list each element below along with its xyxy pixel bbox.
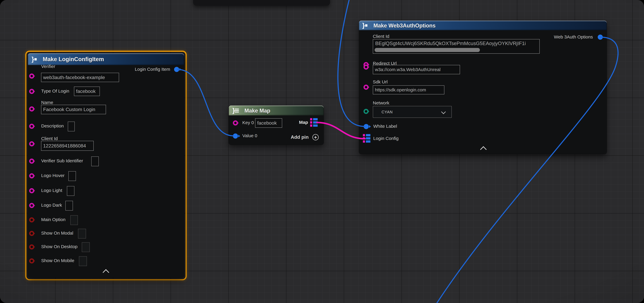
add-pin-button[interactable]: Add pin xyxy=(291,134,308,140)
node-title: Make Map xyxy=(244,108,270,114)
pin-label-description: Description xyxy=(41,124,64,128)
pin-description[interactable] xyxy=(29,124,34,129)
client-id-input[interactable]: 1222658941886084 xyxy=(41,141,94,151)
pin-login-config[interactable] xyxy=(363,134,370,144)
pin-logo-dark[interactable] xyxy=(29,203,34,208)
pin-type-of-login[interactable] xyxy=(29,89,34,94)
pin-label-key-0: Key 0 xyxy=(242,120,254,125)
pin-label-web3auth-options: Web 3Auth Options xyxy=(554,34,593,40)
network-dropdown[interactable]: CYAN xyxy=(373,106,452,118)
pin-web3auth-options-output[interactable] xyxy=(598,34,603,40)
pin-label-value-0: Value 0 xyxy=(242,133,257,138)
key-0-input[interactable]: facebook xyxy=(255,118,282,128)
pin-map-output[interactable] xyxy=(310,118,318,128)
sdk-url-input[interactable]: https://sdk.openlogin.com xyxy=(373,85,444,94)
pin-main-option[interactable] xyxy=(29,217,34,222)
pin-verifier[interactable] xyxy=(29,74,34,78)
add-pin-plus-icon[interactable]: + xyxy=(312,134,319,140)
chevron-down-icon xyxy=(441,110,446,114)
offscreen-node-bottom-edge[interactable] xyxy=(193,0,330,6)
make-map-icon: } xyxy=(232,107,239,114)
pin-label-logo-light: Logo Light xyxy=(41,188,62,193)
name-input[interactable]: Facebook Custom Login xyxy=(41,105,106,114)
pin-logo-light[interactable] xyxy=(29,188,34,193)
pin-redirect-url[interactable] xyxy=(364,64,368,70)
logo-hover-input[interactable] xyxy=(68,171,76,181)
pin-label-map: Map xyxy=(299,120,308,125)
node-header[interactable]: } Make Web3AuthOptions xyxy=(359,20,607,30)
pin-label-client-id: Client Id xyxy=(41,136,58,141)
pin-label-logo-dark: Logo Dark xyxy=(41,202,62,208)
node-make-map[interactable]: } Make Map Key 0 facebook Map Value 0 Ad… xyxy=(229,106,324,145)
pin-name[interactable] xyxy=(29,106,34,112)
show-on-mobile-checkbox[interactable] xyxy=(79,256,87,266)
pin-sdk-url[interactable] xyxy=(364,84,368,90)
pin-value-0[interactable] xyxy=(233,134,238,138)
verifier-input[interactable]: web3auth-facebook-example xyxy=(41,73,119,82)
pin-label-show-on-mobile: Show On Mobile xyxy=(41,258,74,263)
node-header[interactable]: } Make LoginConfigItem xyxy=(28,53,184,65)
blueprint-graph-canvas[interactable]: } Make LoginConfigItem Verifier web3auth… xyxy=(0,0,644,303)
node-title: Make LoginConfigItem xyxy=(43,56,104,62)
node-make-loginconfigitem[interactable]: } Make LoginConfigItem Verifier web3auth… xyxy=(28,53,184,278)
node-make-web3authoptions[interactable]: } Make Web3AuthOptions Client Id BEglQSg… xyxy=(359,20,607,154)
pin-label-show-on-desktop: Show On Desktop xyxy=(41,244,78,249)
client-id-text: BEglQSgt4cUWcj6SKRdu5QkOXTsePmMcusG5EAoy… xyxy=(375,40,526,46)
pin-client-id[interactable] xyxy=(29,141,34,146)
type-of-login-input[interactable]: facebook xyxy=(74,86,100,96)
client-id-input[interactable]: BEglQSgt4cUWcj6SKRdu5QkOXTsePmMcusG5EAoy… xyxy=(373,39,540,54)
pin-login-config-item-output[interactable] xyxy=(174,67,179,72)
pin-label-white-label: White Label xyxy=(373,124,397,129)
pin-label-network: Network xyxy=(373,100,389,106)
pin-white-label[interactable] xyxy=(364,124,369,129)
redirect-url-input[interactable]: w3a://com.w3a.Web3AuthUnreal xyxy=(373,65,460,74)
node-title: Make Web3AuthOptions xyxy=(374,22,436,29)
pin-label-verifier-sub-identifier: Verifier Sub Identifier xyxy=(41,158,83,163)
pin-network[interactable] xyxy=(364,109,368,114)
make-struct-icon: } xyxy=(32,56,37,62)
pin-verifier-sub-identifier[interactable] xyxy=(29,158,34,164)
logo-dark-input[interactable] xyxy=(66,201,73,210)
collapse-node-chevron[interactable] xyxy=(480,146,487,153)
pin-label-show-on-modal: Show On Modal xyxy=(41,230,73,236)
pin-show-on-desktop[interactable] xyxy=(29,244,34,250)
network-dropdown-value: CYAN xyxy=(382,110,393,114)
show-on-modal-checkbox[interactable] xyxy=(78,229,86,238)
description-input[interactable] xyxy=(68,122,75,131)
show-on-desktop-checkbox[interactable] xyxy=(82,242,90,252)
node-header[interactable]: } Make Map xyxy=(229,106,324,116)
pin-label-main-option: Main Option xyxy=(41,217,66,222)
make-struct-icon: } xyxy=(362,22,368,28)
pin-key-0[interactable] xyxy=(233,120,238,126)
pin-logo-hover[interactable] xyxy=(29,173,34,178)
pin-label-name: Name xyxy=(41,100,53,105)
main-option-checkbox[interactable] xyxy=(70,215,78,225)
pin-show-on-mobile[interactable] xyxy=(29,258,34,264)
pin-label-sdk-url: Sdk Url xyxy=(373,79,388,84)
pin-label-client-id: Client Id xyxy=(373,34,389,39)
verifier-sub-identifier-input[interactable] xyxy=(91,156,99,166)
collapse-node-chevron[interactable] xyxy=(103,269,109,276)
pin-label-login-config: Login Config xyxy=(373,136,398,141)
pin-label-type-of-login: Type Of Login xyxy=(41,88,69,94)
client-id-scrollbar[interactable] xyxy=(374,48,480,52)
logo-light-input[interactable] xyxy=(67,186,74,196)
pin-label-login-config-item: Login Config Item xyxy=(135,67,170,72)
pin-label-verifier: Verifier xyxy=(41,64,55,69)
pin-label-logo-hover: Logo Hover xyxy=(41,173,64,178)
pin-show-on-modal[interactable] xyxy=(29,231,34,236)
